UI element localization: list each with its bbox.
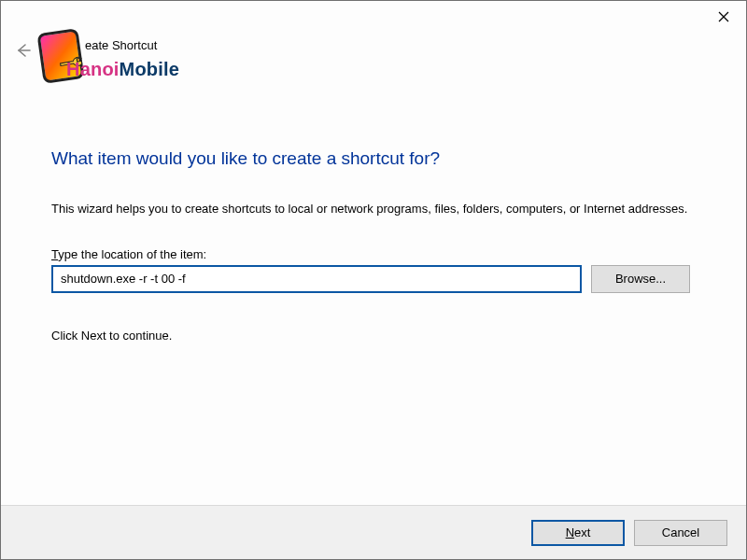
label-rest: ype the location of the item:: [58, 247, 206, 261]
wizard-description: This wizard helps you to create shortcut…: [51, 201, 696, 217]
page-heading: What item would you like to create a sho…: [51, 148, 696, 169]
content-area: What item would you like to create a sho…: [1, 148, 746, 505]
brand-blue: Mobile: [120, 59, 180, 79]
close-button[interactable]: [705, 5, 742, 31]
close-icon: [718, 11, 729, 25]
breadcrumb: eate Shortcut: [85, 38, 157, 52]
brand-text: HanoiMobile: [66, 59, 179, 80]
titlebar: [705, 5, 742, 31]
back-button[interactable]: [10, 38, 36, 64]
brand-pink: anoi: [80, 59, 120, 79]
next-accel: N: [566, 525, 574, 539]
cancel-button[interactable]: Cancel: [634, 520, 727, 546]
wizard-window: eate Shortcut HanoiMobile What item woul…: [0, 0, 747, 560]
continue-hint: Click Next to continue.: [51, 329, 696, 343]
location-label: Type the location of the item:: [51, 247, 696, 261]
location-row: Browse...: [51, 265, 696, 293]
brand-prefix: H: [66, 59, 80, 79]
back-arrow-icon: [15, 42, 32, 62]
location-input[interactable]: [51, 265, 582, 293]
browse-button[interactable]: Browse...: [591, 265, 690, 293]
next-button[interactable]: Next: [531, 520, 625, 546]
next-rest: ext: [574, 525, 590, 539]
wizard-footer: Next Cancel: [1, 505, 746, 559]
